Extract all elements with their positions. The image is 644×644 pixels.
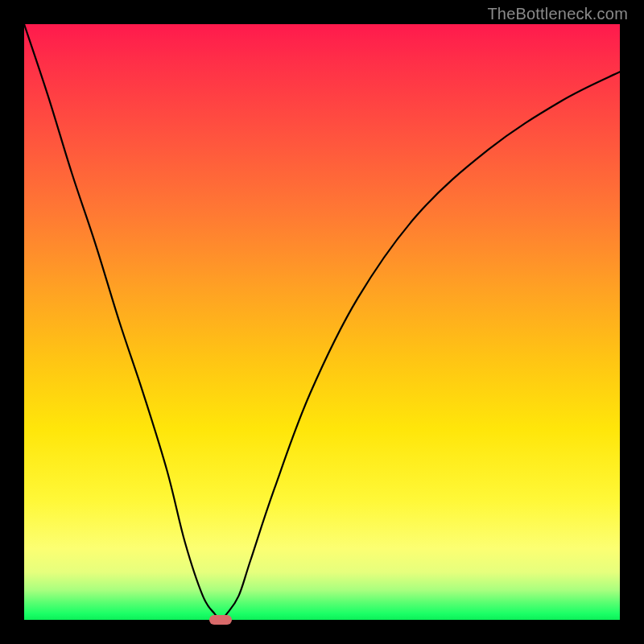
chart-frame: TheBottleneck.com <box>0 0 644 644</box>
minimum-marker <box>209 615 232 625</box>
plot-area <box>24 24 620 620</box>
watermark-text: TheBottleneck.com <box>487 5 628 23</box>
bottleneck-curve <box>24 24 620 620</box>
